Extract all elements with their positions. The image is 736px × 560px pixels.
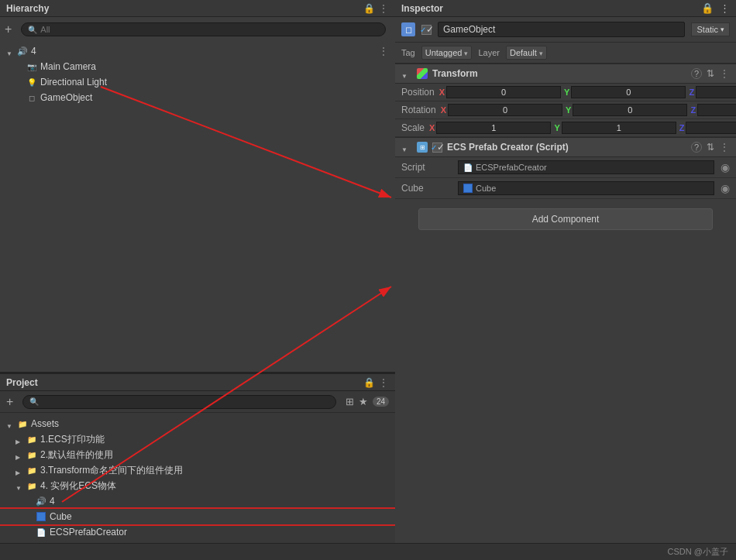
cube-project-icon	[36, 511, 46, 522]
rotation-z-label: Z	[690, 105, 696, 115]
gameobject-name-input[interactable]: GameObject	[438, 22, 685, 37]
project-item-default-comp[interactable]: 2.默认组件的使用	[0, 447, 395, 462]
transform-settings-icon[interactable]: ⇅	[707, 68, 714, 79]
project-item-ecs-print[interactable]: 1.ECS打印功能	[0, 431, 395, 447]
rotation-z-input[interactable]	[697, 104, 736, 116]
project-item-ecs-script[interactable]: 📄 ECSPrefabCreator	[0, 524, 395, 540]
position-z-input[interactable]	[696, 86, 736, 98]
hierarchy-add-btn[interactable]: +	[5, 22, 12, 36]
project-dots-icon[interactable]: ⋮	[378, 376, 389, 389]
assets-label: Assets	[31, 418, 59, 429]
transform-position-row: Position X Y Z	[395, 84, 736, 101]
assets-chevron-icon	[6, 420, 14, 428]
inspector-header: Inspector 🔒 ⋮	[395, 0, 736, 17]
project-lock-icon[interactable]: 🔒	[363, 377, 375, 388]
ecs-active-checkbox[interactable]: ✓	[432, 143, 442, 153]
position-x-input[interactable]	[446, 86, 561, 98]
scale-x-label: X	[429, 123, 435, 132]
ecs-section-header: ⊞ ✓ ECS Prefab Creator (Script) ? ⇅ ⋮	[395, 137, 736, 157]
transform-help-icon[interactable]: ?	[691, 68, 702, 79]
default-comp-folder-icon	[26, 449, 37, 460]
ecs-script-field-label: Script	[401, 162, 452, 173]
ecs-settings-icon[interactable]: ⇅	[707, 142, 714, 153]
hierarchy-search-input[interactable]	[40, 25, 102, 34]
light-icon	[26, 77, 37, 88]
ecs-print-chevron-icon	[15, 435, 23, 443]
project-add-btn[interactable]: +	[6, 395, 13, 409]
project-search[interactable]: 🔍	[22, 395, 336, 409]
hierarchy-item-dir-light[interactable]: Directional Light	[0, 74, 395, 90]
project-star-icon[interactable]: ★	[359, 396, 368, 407]
static-button[interactable]: Static ▾	[691, 22, 730, 36]
inspector-dots-icon[interactable]: ⋮	[720, 2, 730, 14]
position-y-input[interactable]	[571, 86, 686, 98]
project-assets-root[interactable]: Assets	[0, 416, 395, 431]
transform-chevron-icon[interactable]	[401, 70, 409, 77]
scale-y-label: Y	[554, 123, 559, 132]
gameobject-active-checkbox[interactable]: ✓	[421, 25, 432, 35]
instantiate-label: 4. 实例化ECS物体	[40, 479, 116, 493]
layer-label: Layer	[478, 48, 500, 57]
ecs-cube-field-label: Cube	[401, 183, 452, 194]
hierarchy-search[interactable]: 🔍	[21, 22, 386, 36]
ecs-cube-field-value[interactable]: Cube	[458, 181, 714, 195]
ecs-cube-field-row: Cube Cube ◉	[395, 178, 736, 199]
rotation-x-input[interactable]	[448, 104, 562, 116]
project-header: Project 🔒 ⋮	[0, 374, 395, 391]
ecs-script-field-value[interactable]: 📄 ECSPrefabCreator	[458, 160, 714, 174]
ecs-chevron-icon[interactable]	[401, 143, 409, 151]
scale-label: Scale	[401, 122, 425, 133]
project-item-instantiate[interactable]: 4. 实例化ECS物体	[0, 478, 395, 493]
cube-mini-icon	[463, 184, 473, 193]
ecs-cube-select-icon[interactable]: ◉	[721, 182, 730, 194]
ecs-help-icon[interactable]: ?	[691, 142, 702, 153]
tag-value: Untagged	[425, 48, 463, 57]
transform-section-header: Transform ? ⇅ ⋮	[395, 64, 736, 84]
transform-dots-icon[interactable]: ⋮	[719, 67, 730, 80]
scale-y-input[interactable]	[562, 122, 676, 134]
instantiate-folder-icon	[26, 480, 37, 491]
scene4-triangle-icon	[25, 497, 33, 505]
scale-z-input[interactable]	[686, 122, 736, 134]
hierarchy-dots-icon[interactable]: ⋮	[378, 2, 389, 15]
packages-folder-icon	[17, 542, 28, 543]
bottom-bar: CSDN @小盖子	[0, 543, 736, 560]
layer-dropdown[interactable]: Default	[506, 46, 547, 60]
inspector-lock-icon[interactable]: 🔒	[701, 2, 714, 14]
scene-dots-icon[interactable]: ⋮	[378, 45, 389, 57]
project-toolbar: + 🔍 ⊞ ★ 24	[0, 391, 395, 413]
transform-ns-label: 3.Transform命名空间下的组件使用	[40, 464, 183, 477]
add-component-button[interactable]: Add Component	[418, 208, 713, 230]
project-item-scene4[interactable]: 🔊 4	[0, 493, 395, 509]
hierarchy-header: Hierarchy 🔒 ⋮	[0, 0, 395, 17]
ecs-dots-icon[interactable]: ⋮	[719, 141, 730, 153]
hierarchy-scene-item[interactable]: 🔊 4 ⋮	[0, 43, 395, 59]
position-label: Position	[401, 87, 435, 98]
project-item-packages[interactable]: Packages	[0, 540, 395, 543]
static-chevron-icon: ▾	[721, 26, 724, 33]
ecs-title: ECS Prefab Creator (Script)	[447, 142, 686, 153]
rotation-y-label: Y	[566, 105, 571, 115]
project-search-input[interactable]	[42, 397, 119, 407]
transform-ns-chevron-icon	[15, 466, 23, 474]
rotation-y-input[interactable]	[573, 104, 687, 116]
project-search-icon: 🔍	[29, 397, 39, 406]
project-filter-icon[interactable]: ⊞	[346, 396, 354, 407]
project-panel: Project 🔒 ⋮ + 🔍 ⊞ ★ 24	[0, 373, 395, 543]
ecs-script-file-icon: 📄	[463, 163, 473, 172]
tag-dropdown[interactable]: Untagged	[421, 46, 473, 60]
ecs-print-label: 1.ECS打印功能	[40, 433, 105, 446]
gameobject-hierarchy-label: GameObject	[40, 92, 92, 103]
add-component-label: Add Component	[532, 214, 600, 225]
scale-x-input[interactable]	[436, 122, 551, 134]
hierarchy-lock-icon[interactable]: 🔒	[363, 3, 375, 14]
project-item-cube[interactable]: Cube	[0, 509, 395, 524]
hierarchy-item-main-camera[interactable]: Main Camera	[0, 59, 395, 74]
scale-z-label: Z	[679, 123, 685, 132]
scene-icon: 🔊	[17, 46, 28, 57]
ecs-script-select-icon[interactable]: ◉	[721, 161, 730, 173]
gameobject-icon	[26, 92, 37, 103]
hierarchy-item-gameobject[interactable]: GameObject	[0, 90, 395, 105]
project-item-transform-ns[interactable]: 3.Transform命名空间下的组件使用	[0, 462, 395, 478]
static-label: Static	[696, 25, 718, 34]
